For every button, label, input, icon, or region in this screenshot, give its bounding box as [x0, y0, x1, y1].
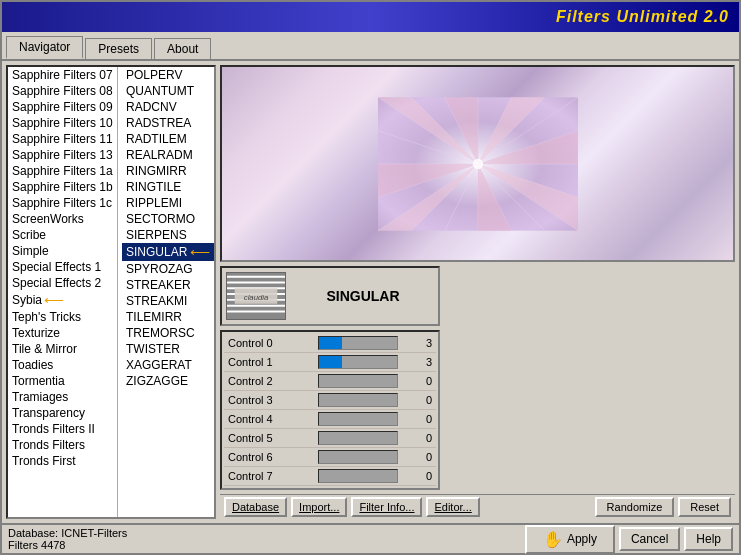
filter-list-item[interactable]: RADCNV — [122, 99, 214, 115]
category-list-item[interactable]: Sapphire Filters 13 — [8, 147, 117, 163]
slider-track[interactable] — [318, 412, 398, 426]
filter-list-item[interactable]: STREAKMI — [122, 293, 214, 309]
category-list-item[interactable]: Toadies — [8, 357, 117, 373]
title-bar: Filters Unlimited 2.0 — [2, 2, 739, 32]
status-bar: Database: ICNET-Filters Filters 4478 ✋ A… — [2, 523, 739, 553]
category-list-item[interactable]: Tile & Mirror — [8, 341, 117, 357]
slider-value: 0 — [402, 413, 432, 425]
slider-value: 0 — [402, 394, 432, 406]
slider-value: 0 — [402, 375, 432, 387]
randomize-button[interactable]: Randomize — [595, 497, 675, 517]
slider-label: Control 7 — [228, 470, 314, 482]
filter-list-item[interactable]: QUANTUMT — [122, 83, 214, 99]
filter-name-display: SINGULAR — [292, 288, 434, 304]
filter-list-item[interactable]: RADSTREA — [122, 115, 214, 131]
main-window: Filters Unlimited 2.0 Navigator Presets … — [0, 0, 741, 555]
filter-list-item[interactable]: RINGTILE — [122, 179, 214, 195]
slider-row: Control 03 — [224, 334, 436, 353]
filter-list-item[interactable]: TILEMIRR — [122, 309, 214, 325]
category-list-item[interactable]: Tronds Filters II — [8, 421, 117, 437]
category-list-item[interactable]: Sapphire Filters 07 — [8, 67, 117, 83]
filter-list-item[interactable]: TREMORSC — [122, 325, 214, 341]
category-list-item[interactable]: Special Effects 2 — [8, 275, 117, 291]
starburst-svg — [378, 65, 578, 262]
category-list-item[interactable]: Texturize — [8, 325, 117, 341]
filter-list-item[interactable]: SECTORMO — [122, 211, 214, 227]
filter-list-item[interactable]: ZIGZAGGE — [122, 373, 214, 389]
help-button[interactable]: Help — [684, 527, 733, 551]
slider-track[interactable] — [318, 336, 398, 350]
left-panel: Sapphire Filters 07Sapphire Filters 08Sa… — [6, 65, 216, 519]
hand-icon: ✋ — [543, 530, 563, 549]
category-list-item[interactable]: Sapphire Filters 09 — [8, 99, 117, 115]
category-list-item[interactable]: Sapphire Filters 11 — [8, 131, 117, 147]
tab-bar: Navigator Presets About — [2, 32, 739, 61]
slider-label: Control 1 — [228, 356, 314, 368]
tab-about[interactable]: About — [154, 38, 211, 59]
status-buttons: ✋ Apply Cancel Help — [525, 525, 733, 554]
slider-label: Control 3 — [228, 394, 314, 406]
database-button[interactable]: Database — [224, 497, 287, 517]
tab-navigator[interactable]: Navigator — [6, 36, 83, 59]
slider-track[interactable] — [318, 393, 398, 407]
right-panel: claudia SINGULAR Control 03Control 13Con… — [220, 65, 735, 519]
svg-point-29 — [472, 158, 483, 169]
filter-list-item[interactable]: POLPERV — [122, 67, 214, 83]
slider-track[interactable] — [318, 355, 398, 369]
filter-list[interactable]: POLPERVQUANTUMTRADCNVRADSTREARADTILEMREA… — [122, 67, 214, 517]
reset-button[interactable]: Reset — [678, 497, 731, 517]
category-list-item[interactable]: Tormentia — [8, 373, 117, 389]
category-list-item[interactable]: Sybia⟵ — [8, 291, 117, 309]
category-list-item[interactable]: Teph's Tricks — [8, 309, 117, 325]
slider-row: Control 30 — [224, 391, 436, 410]
category-list-item[interactable]: Sapphire Filters 08 — [8, 83, 117, 99]
category-list-item[interactable]: Sapphire Filters 1b — [8, 179, 117, 195]
category-list-item[interactable]: Special Effects 1 — [8, 259, 117, 275]
cancel-button[interactable]: Cancel — [619, 527, 680, 551]
filter-list-item[interactable]: TWISTER — [122, 341, 214, 357]
main-content: Sapphire Filters 07Sapphire Filters 08Sa… — [2, 61, 739, 523]
category-list-item[interactable]: Tramiages — [8, 389, 117, 405]
slider-row: Control 70 — [224, 467, 436, 486]
filters-value: 4478 — [41, 539, 65, 551]
filter-info-button[interactable]: Filter Info... — [351, 497, 422, 517]
filter-list-item[interactable]: RADTILEM — [122, 131, 214, 147]
category-list-item[interactable]: Sapphire Filters 1c — [8, 195, 117, 211]
slider-track[interactable] — [318, 469, 398, 483]
slider-track[interactable] — [318, 431, 398, 445]
filter-list-item[interactable]: STREAKER — [122, 277, 214, 293]
category-list-item[interactable]: Sapphire Filters 1a — [8, 163, 117, 179]
filter-list-item[interactable]: XAGGERAT — [122, 357, 214, 373]
filter-list-item[interactable]: SIERPENS — [122, 227, 214, 243]
filter-list-item[interactable]: REALRADM — [122, 147, 214, 163]
database-value: ICNET-Filters — [61, 527, 127, 539]
category-list-item[interactable]: Transparency — [8, 405, 117, 421]
filters-label: Filters — [8, 539, 38, 551]
category-list-item[interactable]: ScreenWorks — [8, 211, 117, 227]
slider-label: Control 5 — [228, 432, 314, 444]
category-list-item[interactable]: Sapphire Filters 10 — [8, 115, 117, 131]
category-list-item[interactable]: Tronds Filters — [8, 437, 117, 453]
filter-list-item[interactable]: SPYROZAG — [122, 261, 214, 277]
filter-list-item[interactable]: SINGULAR⟵ — [122, 243, 214, 261]
list-container: Sapphire Filters 07Sapphire Filters 08Sa… — [8, 67, 214, 517]
category-list[interactable]: Sapphire Filters 07Sapphire Filters 08Sa… — [8, 67, 118, 517]
slider-track[interactable] — [318, 374, 398, 388]
randomize-reset-area: Randomize Reset — [595, 497, 731, 517]
apply-button[interactable]: ✋ Apply — [525, 525, 615, 554]
filter-list-item[interactable]: RIPPLEMI — [122, 195, 214, 211]
category-list-item[interactable]: Simple — [8, 243, 117, 259]
slider-track[interactable] — [318, 450, 398, 464]
singular-arrow-icon: ⟵ — [190, 244, 210, 260]
tab-presets[interactable]: Presets — [85, 38, 152, 59]
slider-value: 3 — [402, 356, 432, 368]
filter-thumbnail: claudia — [226, 272, 286, 320]
editor-button[interactable]: Editor... — [426, 497, 479, 517]
filter-list-item[interactable]: RINGMIRR — [122, 163, 214, 179]
category-list-item[interactable]: Tronds First — [8, 453, 117, 469]
apply-label: Apply — [567, 532, 597, 546]
import-button[interactable]: Import... — [291, 497, 347, 517]
filter-info-bar: claudia SINGULAR — [220, 266, 440, 326]
category-list-item[interactable]: Scribe — [8, 227, 117, 243]
slider-row: Control 20 — [224, 372, 436, 391]
